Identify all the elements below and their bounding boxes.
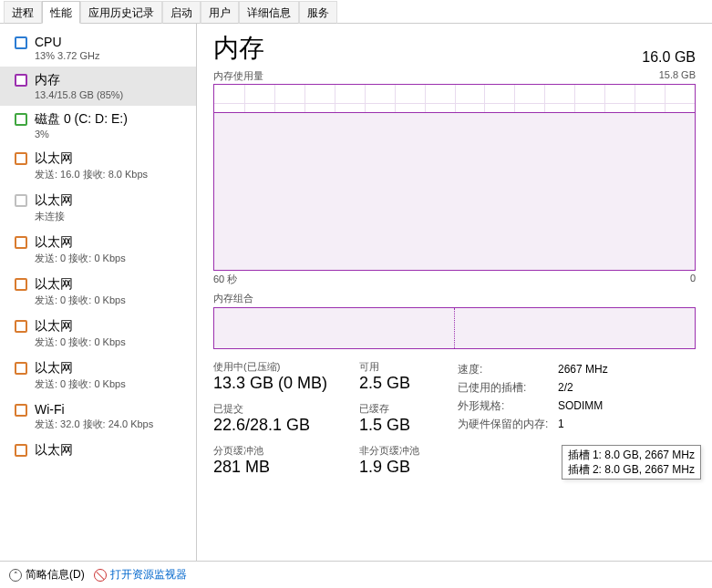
- sidebar-item-title: Wi-Fi: [35, 402, 153, 417]
- metric-paged: 分页缓冲池 281 MB: [213, 444, 359, 477]
- monitor-icon: [94, 569, 107, 582]
- sidebar-item-9[interactable]: Wi-Fi发送: 32.0 接收: 24.0 Kbps: [0, 397, 196, 437]
- sidebar-item-sub: 3%: [35, 129, 128, 139]
- sidebar-item-sub: 发送: 32.0 接收: 24.0 Kbps: [35, 418, 153, 431]
- sidebar-item-6[interactable]: 以太网发送: 0 接收: 0 Kbps: [0, 271, 196, 313]
- sidebar-item-sub: 未连接: [35, 210, 73, 223]
- memory-slot-2: [454, 308, 695, 348]
- slots-label: 内存组合: [213, 292, 696, 305]
- x-axis-left: 60 秒: [213, 273, 237, 286]
- sidebar-item-title: CPU: [35, 35, 100, 49]
- sidebar-item-3[interactable]: 以太网发送: 16.0 接收: 8.0 Kbps: [0, 145, 196, 187]
- metric-committed: 已提交 22.6/28.1 GB: [213, 402, 359, 435]
- sidebar-item-5[interactable]: 以太网发送: 0 接收: 0 Kbps: [0, 229, 196, 271]
- tab-services[interactable]: 服务: [299, 1, 337, 24]
- tab-details[interactable]: 详细信息: [239, 1, 299, 24]
- sidebar-item-title: 以太网: [35, 276, 126, 293]
- open-resource-monitor-link[interactable]: 打开资源监视器: [94, 567, 187, 583]
- footer-bar: ˄ 简略信息(D) 打开资源监视器: [0, 561, 712, 588]
- sidebar-item-10[interactable]: 以太网: [0, 437, 196, 465]
- sidebar-item-title: 以太网: [35, 150, 148, 167]
- slots-tooltip: 插槽 1: 8.0 GB, 2667 MHz 插槽 2: 8.0 GB, 266…: [562, 445, 701, 480]
- sidebar-item-2[interactable]: 磁盘 0 (C: D: E:)3%: [0, 106, 196, 145]
- tab-users[interactable]: 用户: [201, 1, 239, 24]
- spec-hw-reserved: 为硬件保留的内存:1: [458, 415, 608, 433]
- tooltip-line-2: 插槽 2: 8.0 GB, 2667 MHz: [568, 462, 695, 477]
- sidebar-item-4[interactable]: 以太网未连接: [0, 187, 196, 229]
- sidebar-item-sub: 发送: 0 接收: 0 Kbps: [35, 377, 126, 391]
- spec-form: 外形规格:SODIMM: [458, 397, 608, 415]
- tab-bar: 进程 性能 应用历史记录 启动 用户 详细信息 服务: [0, 0, 712, 24]
- chart-label: 内存使用量: [213, 69, 263, 83]
- tab-app-history[interactable]: 应用历史记录: [80, 1, 162, 24]
- spec-speed: 速度:2667 MHz: [458, 360, 608, 378]
- spec-slots: 已使用的插槽:2/2: [458, 378, 608, 397]
- brief-view-link[interactable]: ˄ 简略信息(D): [9, 567, 85, 583]
- sidebar-item-title: 以太网: [35, 442, 73, 459]
- indicator-icon: [15, 194, 27, 207]
- sidebar-item-sub: 13.4/15.8 GB (85%): [35, 89, 123, 100]
- indicator-icon: [15, 404, 27, 417]
- sidebar-item-title: 磁盘 0 (C: D: E:): [35, 111, 128, 128]
- chart-fill: [214, 112, 695, 270]
- indicator-icon: [15, 278, 27, 291]
- sidebar-item-title: 以太网: [35, 234, 126, 251]
- indicator-icon: [15, 152, 27, 165]
- sidebar-item-7[interactable]: 以太网发送: 0 接收: 0 Kbps: [0, 313, 196, 355]
- indicator-icon: [15, 36, 27, 49]
- tooltip-line-1: 插槽 1: 8.0 GB, 2667 MHz: [568, 448, 695, 462]
- page-title: 内存: [213, 31, 264, 66]
- sidebar-item-0[interactable]: CPU13% 3.72 GHz: [0, 29, 196, 67]
- memory-detail-panel: 内存 16.0 GB 内存使用量 15.8 GB 60 秒 0 内存组合 使用中…: [197, 24, 712, 561]
- metric-nonpaged: 非分页缓冲池 1.9 GB: [359, 444, 432, 477]
- indicator-icon: [15, 444, 27, 457]
- indicator-icon: [15, 236, 27, 249]
- indicator-icon: [15, 113, 27, 126]
- chart-max: 15.8 GB: [659, 69, 696, 83]
- memory-capacity: 16.0 GB: [642, 49, 696, 66]
- memory-slots-chart[interactable]: [213, 307, 696, 349]
- sidebar-item-sub: 发送: 0 接收: 0 Kbps: [35, 252, 126, 265]
- sidebar-item-sub: 发送: 16.0 接收: 8.0 Kbps: [35, 168, 148, 181]
- performance-sidebar[interactable]: CPU13% 3.72 GHz内存13.4/15.8 GB (85%)磁盘 0 …: [0, 24, 197, 561]
- sidebar-item-title: 以太网: [35, 318, 126, 335]
- memory-slot-1: [214, 308, 454, 348]
- sidebar-item-8[interactable]: 以太网发送: 0 接收: 0 Kbps: [0, 355, 196, 397]
- sidebar-item-title: 以太网: [35, 192, 73, 209]
- sidebar-item-sub: 13% 3.72 GHz: [35, 50, 100, 61]
- sidebar-item-title: 以太网: [35, 360, 126, 377]
- metric-available: 可用 2.5 GB: [359, 360, 432, 393]
- indicator-icon: [15, 74, 27, 87]
- sidebar-item-title: 内存: [35, 72, 123, 88]
- sidebar-item-1[interactable]: 内存13.4/15.8 GB (85%): [0, 67, 196, 106]
- sidebar-item-sub: 发送: 0 接收: 0 Kbps: [35, 294, 126, 307]
- chevron-up-icon: ˄: [9, 569, 22, 582]
- indicator-icon: [15, 362, 27, 375]
- x-axis-right: 0: [690, 273, 696, 286]
- indicator-icon: [15, 320, 27, 333]
- tab-startup[interactable]: 启动: [162, 1, 201, 24]
- metric-cached: 已缓存 1.5 GB: [359, 402, 432, 435]
- tab-performance[interactable]: 性能: [42, 1, 80, 24]
- metric-in-use: 使用中(已压缩) 13.3 GB (0 MB): [213, 360, 359, 393]
- memory-usage-chart[interactable]: [213, 84, 696, 271]
- sidebar-item-sub: 发送: 0 接收: 0 Kbps: [35, 335, 126, 349]
- tab-processes[interactable]: 进程: [4, 1, 42, 24]
